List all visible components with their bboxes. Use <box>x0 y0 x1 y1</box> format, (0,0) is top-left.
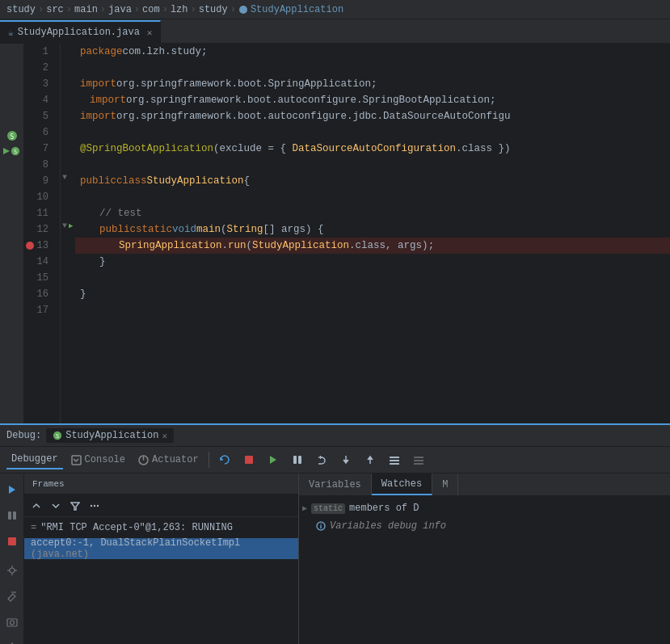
frame-item-1[interactable]: = "RMI TCP Accept-0"@1,263: RUNNING <box>24 517 298 538</box>
debugger-tab-label: Debugger <box>11 453 58 465</box>
line-num-12: 12 <box>24 221 53 238</box>
svg-text:S: S <box>14 149 17 155</box>
code-line-16: } <box>75 286 670 302</box>
run-icon-12[interactable]: ▶ <box>69 221 73 230</box>
step-out-button[interactable] <box>360 449 381 470</box>
frames-body: = "RMI TCP Accept-0"@1,263: RUNNING acce… <box>24 517 298 644</box>
toolbar-sep-1 <box>209 452 209 468</box>
svg-marker-36 <box>71 503 79 510</box>
frames-down-btn[interactable] <box>47 497 65 515</box>
debug-pause-btn[interactable] <box>2 506 22 525</box>
line-num-5: 5 <box>24 108 53 124</box>
breadcrumb-sep: › <box>38 4 44 15</box>
code-line-1: package com.lzh.study; <box>75 44 670 60</box>
svg-marker-12 <box>270 456 276 464</box>
resume-button[interactable] <box>263 449 284 470</box>
mute-breakpoints-button[interactable] <box>408 449 429 470</box>
debug-stop-btn[interactable] <box>2 532 22 551</box>
debug-resume-btn[interactable] <box>2 480 22 499</box>
variables-tab[interactable]: Variables <box>299 474 372 495</box>
debug-settings-btn[interactable] <box>2 638 22 644</box>
tab-close-icon[interactable]: ✕ <box>147 27 153 38</box>
variables-panel: Variables Watches M ▶ static members of … <box>299 474 670 644</box>
static-badge: static <box>311 503 345 514</box>
breadcrumb-item[interactable]: src <box>46 4 64 15</box>
frames-more-btn[interactable] <box>86 497 103 515</box>
debug-bug-btn[interactable] <box>2 561 22 580</box>
collapse-icon-9[interactable]: ▼ <box>62 173 67 182</box>
line-num-9: 9 <box>24 173 53 189</box>
stop-button[interactable] <box>238 449 259 470</box>
svg-rect-21 <box>414 460 423 461</box>
breadcrumb-item[interactable]: study <box>6 4 36 15</box>
code-line-17 <box>75 302 670 318</box>
debug-tab-console[interactable]: Console <box>66 451 130 469</box>
svg-rect-25 <box>13 511 16 520</box>
breadcrumb-sep: › <box>100 4 106 15</box>
code-line-8 <box>75 157 670 173</box>
variables-tab-label: Variables <box>309 479 361 490</box>
pause-button[interactable] <box>287 449 308 470</box>
var-name-static: members of D <box>349 503 419 514</box>
watches-tab[interactable]: Watches <box>372 474 432 495</box>
frames-up-btn[interactable] <box>27 497 45 515</box>
editor-tab-study-application[interactable]: ☕ StudyApplication.java ✕ <box>0 20 161 43</box>
code-line-9: public class StudyApplication { <box>75 173 670 189</box>
svg-rect-14 <box>298 456 301 464</box>
breadcrumb: study › src › main › java › com › lzh › … <box>0 0 670 19</box>
line-num-17: 17 <box>24 302 53 318</box>
frames-filter-btn[interactable] <box>66 497 84 515</box>
svg-rect-11 <box>245 456 253 464</box>
debug-session-tab[interactable]: S StudyApplication ✕ <box>46 428 174 443</box>
code-line-3: import org.springframework.boot.SpringAp… <box>75 76 670 92</box>
svg-point-42 <box>320 524 322 525</box>
view-breakpoints-button[interactable] <box>384 449 405 470</box>
variables-tabs: Variables Watches M <box>299 474 670 496</box>
line-num-13[interactable]: 13 <box>24 238 53 254</box>
code-line-14: } <box>75 254 670 270</box>
code-editor: 1 2 3 4 5 6 7 8 9 10 11 12 13 14 15 16 1… <box>24 44 670 423</box>
editor-area: S S 1 2 3 4 5 6 7 8 9 10 11 12 13 14 15 <box>0 44 670 423</box>
svg-marker-23 <box>9 486 15 494</box>
breadcrumb-item[interactable]: main <box>74 4 98 15</box>
code-line-12: public static void main(String[] args) { <box>75 221 670 238</box>
step-into-button[interactable] <box>335 449 356 470</box>
frame-label-2: accept0:-1, DualStackPlainSocketImpl (ja… <box>31 537 292 560</box>
editor-left-gutter: S S <box>0 44 24 423</box>
tab-label: StudyApplication.java <box>18 27 140 38</box>
var-item-static[interactable]: ▶ static members of D <box>302 499 667 517</box>
svg-point-0 <box>239 6 247 14</box>
debug-session-name: StudyApplication <box>65 430 158 441</box>
breadcrumb-item[interactable]: java <box>108 4 132 15</box>
watches-tab-label: Watches <box>381 478 422 490</box>
line9-icons: S <box>0 144 23 160</box>
spring-boot-icon-line7: S <box>0 128 23 144</box>
var-expand-icon[interactable]: ▶ <box>302 503 307 513</box>
frames-toolbar <box>24 495 298 517</box>
memory-tab-label: M <box>442 479 448 490</box>
svg-rect-20 <box>414 457 423 458</box>
breadcrumb-item-current[interactable]: StudyApplication <box>238 4 343 15</box>
debug-tab-actuator[interactable]: Actuator <box>133 451 204 469</box>
collapse-gutter: ▼ ▼ ▶ <box>61 44 75 423</box>
breadcrumb-item[interactable]: com <box>142 4 160 15</box>
code-line-10 <box>75 189 670 205</box>
debug-photo-btn[interactable] <box>2 612 22 632</box>
frames-header: Frames <box>24 474 298 495</box>
step-over-button[interactable] <box>311 449 332 470</box>
breadcrumb-item[interactable]: lzh <box>171 4 188 15</box>
breadcrumb-item[interactable]: study <box>199 4 228 15</box>
debug-session-close[interactable]: ✕ <box>162 431 167 441</box>
frame-item-2[interactable]: accept0:-1, DualStackPlainSocketImpl (ja… <box>24 538 298 559</box>
rerun-button[interactable] <box>214 449 235 470</box>
collapse-icon-12[interactable]: ▼ <box>62 221 67 230</box>
debug-edit-btn[interactable] <box>2 587 22 606</box>
line-numbers: 1 2 3 4 5 6 7 8 9 10 11 12 13 14 15 16 1… <box>24 44 61 423</box>
var-item-debug-info: Variables debug info <box>302 517 667 535</box>
code-line-5: import org.springframework.boot.autoconf… <box>75 108 670 124</box>
line-num-15: 15 <box>24 270 53 286</box>
debug-tab-debugger[interactable]: Debugger <box>6 450 63 469</box>
breadcrumb-sep: › <box>66 4 72 15</box>
frame-label-1: "RMI TCP Accept-0"@1,263: RUNNING <box>40 522 233 533</box>
memory-tab[interactable]: M <box>432 474 458 495</box>
